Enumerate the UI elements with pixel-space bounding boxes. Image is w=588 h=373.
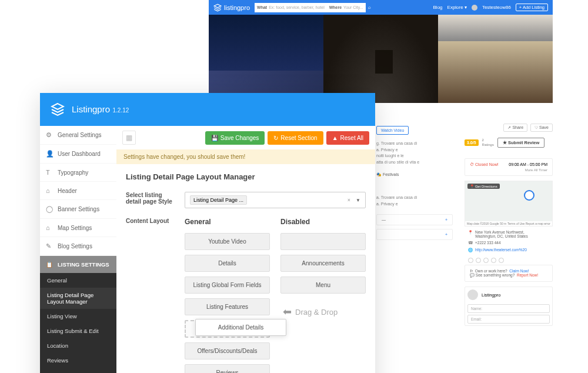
- category-tag[interactable]: 🎭 Festivals: [376, 172, 453, 177]
- style-label: Select listing detail page Style: [126, 192, 179, 208]
- accordion-item[interactable]: —+: [376, 214, 453, 225]
- layers-icon: [213, 4, 222, 12]
- sidebar-sub-item[interactable]: Location: [40, 338, 116, 353]
- nav-user[interactable]: Testesteow86: [482, 5, 511, 10]
- share-button[interactable]: ↗ Share: [503, 124, 527, 132]
- sidebar-sub-item[interactable]: Listing View: [40, 309, 116, 324]
- preview-search: What Ex: food, service, barber, hotel Wh…: [255, 3, 374, 12]
- sidebar-sub-item[interactable]: Leads Form: [40, 368, 116, 373]
- layout-item[interactable]: Details: [185, 255, 270, 272]
- nav-icon: T: [46, 169, 53, 176]
- hero-gallery: [209, 15, 553, 103]
- social-icon[interactable]: [491, 258, 496, 263]
- author-name: Listingpro: [482, 292, 501, 298]
- report-link[interactable]: Report Now!: [517, 273, 538, 277]
- social-icon[interactable]: [468, 258, 473, 263]
- hero-image-3[interactable]: [438, 15, 553, 103]
- preview-logo[interactable]: listingpro: [213, 4, 250, 12]
- nav-blog[interactable]: Blog: [433, 5, 443, 10]
- arrow-left-icon: ⬅: [283, 305, 292, 318]
- layout-item[interactable]: Menu: [280, 277, 366, 294]
- watch-video-button[interactable]: Watch Video: [376, 126, 409, 135]
- hours-text: 09:00 AM - 05:00 PM: [509, 162, 547, 166]
- contact-name-input[interactable]: Name:: [467, 304, 550, 313]
- admin-version: 1.2.12: [113, 107, 129, 114]
- map-widget[interactable]: 📍 Get Directions Map data ©2018 Google50…: [465, 181, 553, 227]
- admin-sidebar: ⚙General Settings👤User DashboardTTypogra…: [40, 126, 116, 373]
- content-layout-label: Content Layout: [126, 218, 179, 373]
- sidebar-section-listing[interactable]: 📋 LISTING SETTINGS: [40, 256, 116, 273]
- sidebar-item[interactable]: ⚙General Settings: [40, 126, 116, 145]
- drag-hint: ⬅ Drag & Drop: [280, 305, 366, 318]
- clipboard-icon: 📋: [46, 261, 53, 268]
- layout-item[interactable]: Reviews: [185, 364, 270, 373]
- add-listing-button[interactable]: + Add Listing: [516, 4, 548, 11]
- avatar[interactable]: [472, 5, 477, 11]
- search-icon: ⌕: [368, 5, 371, 10]
- admin-brand: Listingpro: [72, 104, 110, 114]
- sidebar-item[interactable]: 👤User Dashboard: [40, 145, 116, 164]
- social-icon[interactable]: [499, 258, 504, 263]
- sidebar-item[interactable]: ✎Blog Settings: [40, 237, 116, 256]
- layout-item[interactable]: [280, 233, 366, 250]
- search-submit[interactable]: ⌕: [366, 3, 374, 12]
- closed-status: ⏱ Closed Now!: [470, 162, 499, 166]
- nav-icon: ◯: [46, 205, 53, 213]
- hero-image-2[interactable]: [323, 15, 438, 103]
- phone-icon: ☎: [468, 241, 473, 245]
- sidebar-sub-item[interactable]: Listing Submit & Edit: [40, 324, 116, 338]
- grid-toggle-icon[interactable]: ▦: [122, 131, 136, 145]
- submit-review-button[interactable]: ★ Submit Review: [497, 138, 544, 148]
- layout-item[interactable]: Listing Global Form Fields: [185, 277, 270, 294]
- dragging-item[interactable]: Additional Details: [195, 319, 286, 336]
- map-attribution: Map data ©2018 Google50 mTerms of Use Re…: [465, 221, 552, 226]
- avatar[interactable]: [467, 289, 478, 300]
- social-row: [465, 256, 553, 265]
- refresh-icon: ↻: [273, 135, 278, 141]
- social-icon[interactable]: [476, 258, 481, 263]
- brand-text: listingpro: [224, 4, 250, 11]
- admin-header: Listingpro 1.2.12: [40, 93, 375, 126]
- nav-explore[interactable]: Explore ▾: [447, 5, 467, 10]
- hours-widget: ⏱ Closed Now! 09:00 AM - 05:00 PM More A…: [465, 158, 553, 176]
- author-widget: Listingpro Name: Email:: [465, 287, 553, 326]
- claim-link[interactable]: Claim Now!: [509, 269, 529, 273]
- save-icon: 💾: [211, 135, 218, 141]
- settings-changed-notice: Settings have changed, you should save t…: [116, 149, 375, 164]
- general-column: General Youtube VideoDetailsListing Glob…: [185, 218, 270, 373]
- website-link[interactable]: http://www.theaterset.com%20: [475, 248, 527, 252]
- section-title: Listing Detail Page Layout Manager: [116, 164, 375, 187]
- disabled-column: Disabled AnnouncementsMenu ⬅ Drag & Drop: [280, 218, 366, 373]
- col-disabled-header: Disabled: [280, 218, 366, 226]
- contact-email-input[interactable]: Email:: [467, 315, 550, 324]
- social-icon[interactable]: [483, 258, 489, 263]
- more-hours[interactable]: More All Timer: [470, 168, 547, 172]
- search-where[interactable]: Where Your City...: [327, 5, 366, 9]
- sidebar-sub-item[interactable]: Listing Detail Page Layout Manager: [40, 288, 116, 309]
- layout-item[interactable]: Youtube Video: [185, 233, 270, 250]
- sidebar-item[interactable]: TTypography: [40, 164, 116, 182]
- get-directions-button[interactable]: 📍 Get Directions: [467, 184, 500, 189]
- preview-navbar: listingpro What Ex: food, service, barbe…: [209, 0, 553, 15]
- rating-badge: 3.0/5: [465, 139, 479, 146]
- sidebar-sub-item[interactable]: Reviews: [40, 353, 116, 368]
- nav-icon: ✎: [46, 242, 53, 250]
- claim-widget: 🏳 Own or work here? Claim Now! 💬 See som…: [465, 265, 553, 282]
- select-tag: Listing Detail Page ...: [190, 195, 247, 205]
- search-what[interactable]: What Ex: food, service, barber, hotel: [255, 5, 327, 9]
- reset-section-button[interactable]: ↻Reset Section: [268, 131, 323, 145]
- sidebar-item[interactable]: ⌂Map Settings: [40, 219, 116, 237]
- style-select[interactable]: Listing Detail Page ... × ▼: [185, 192, 366, 208]
- layout-item[interactable]: Announcements: [280, 255, 366, 272]
- save-button[interactable]: ♡ Save: [530, 124, 553, 132]
- hero-image-1[interactable]: [209, 15, 323, 103]
- sidebar-item[interactable]: ⌂Header: [40, 182, 116, 200]
- reset-all-button[interactable]: ▲Reset All: [326, 131, 369, 145]
- sidebar-item[interactable]: ◯Banner Settings: [40, 200, 116, 219]
- clear-icon[interactable]: ×: [348, 197, 350, 203]
- sidebar-sub-item[interactable]: General: [40, 273, 116, 288]
- accordion-item[interactable]: +: [376, 229, 453, 240]
- layout-item[interactable]: Listing Features: [185, 298, 270, 315]
- layout-item[interactable]: Offers/Discounts/Deals: [185, 342, 270, 359]
- save-changes-button[interactable]: 💾Save Changes: [205, 131, 265, 145]
